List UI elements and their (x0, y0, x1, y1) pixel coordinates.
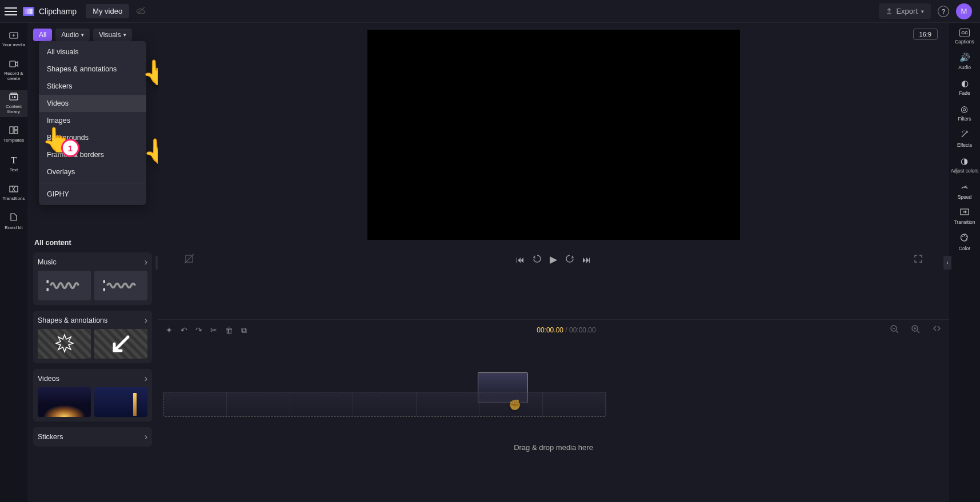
aspect-ratio-button[interactable]: 16:9 (913, 29, 938, 40)
rnav-color[interactable]: Color (959, 233, 970, 251)
section-title-videos[interactable]: Videos (38, 375, 59, 383)
section-title-stickers[interactable]: Stickers (38, 433, 63, 441)
hamburger-menu-icon[interactable] (5, 5, 17, 18)
sync-status-icon (136, 6, 146, 17)
filter-audio-button[interactable]: Audio ▾ (55, 29, 90, 41)
music-thumbnail[interactable] (94, 271, 147, 300)
nav-text[interactable]: T Text (0, 152, 27, 175)
dropdown-item-images[interactable]: Images (39, 112, 146, 129)
collapse-right-panel-button[interactable]: ‹ (943, 256, 951, 270)
timeline-area: ✦ ↶ ↷ ✂ 🗑 ⧉ 00:00.00 / 00:00.00 ✊ (158, 319, 949, 502)
video-preview-canvas[interactable] (367, 30, 740, 240)
dropdown-item-giphy[interactable]: GIPHY (39, 186, 146, 203)
svg-point-25 (966, 236, 967, 237)
nav-label: Content library (0, 105, 27, 115)
zoom-in-button[interactable] (911, 325, 920, 335)
svg-point-24 (964, 235, 965, 236)
brand-kit-icon (9, 212, 18, 224)
skip-start-button[interactable]: ⏮ (516, 255, 525, 264)
shape-thumbnail-arrow[interactable] (94, 329, 147, 359)
dropdown-item-shapes-annotations[interactable]: Shapes & annotations (39, 61, 146, 78)
rnav-adjust-colors[interactable]: ◑ Adjust colors (951, 156, 979, 174)
shape-thumbnail-burst[interactable] (38, 329, 91, 359)
effects-icon (960, 130, 969, 140)
timeline-toolbar: ✦ ↶ ↷ ✂ 🗑 ⧉ 00:00.00 / 00:00.00 (158, 320, 949, 340)
nav-your-media[interactable]: Your media (0, 29, 27, 50)
rnav-filters[interactable]: ◎ Filters (958, 104, 971, 122)
rnav-effects[interactable]: Effects (957, 130, 972, 148)
section-title-music[interactable]: Music (38, 258, 57, 266)
play-button[interactable]: ▶ (550, 254, 557, 266)
dropdown-item-backgrounds[interactable]: Backgrounds (39, 129, 146, 146)
fullscreen-icon[interactable] (914, 254, 923, 266)
help-button[interactable]: ? (938, 6, 949, 17)
export-button[interactable]: Export ▾ (879, 3, 931, 19)
svg-line-18 (917, 331, 919, 333)
rnav-label: Fade (959, 90, 970, 96)
duplicate-button[interactable]: ⧉ (241, 326, 247, 335)
dropdown-item-frames-borders[interactable]: Frames & borders (39, 146, 146, 163)
rnav-audio[interactable]: 🔊 Audio (958, 53, 971, 70)
chevron-down-icon: ▾ (123, 32, 126, 38)
transitions-icon (9, 184, 18, 195)
app-logo[interactable]: Clipchamp (23, 7, 77, 16)
music-thumbnail[interactable] (38, 271, 91, 300)
undo-button[interactable]: ↶ (181, 326, 187, 335)
user-avatar[interactable]: M (956, 3, 972, 19)
skip-end-button[interactable]: ⏭ (582, 255, 591, 264)
drop-hint-text: Drag & drop media here (158, 443, 949, 452)
nav-brand-kit[interactable]: Brand kit (0, 210, 27, 233)
delete-button[interactable]: 🗑 (225, 326, 233, 335)
chevron-right-icon[interactable]: › (145, 257, 147, 267)
section-title-shapes[interactable]: Shapes & annotations (38, 316, 107, 324)
clipchamp-logo-icon (23, 7, 34, 16)
all-content-heading: All content (34, 239, 152, 247)
chevron-right-icon[interactable]: › (145, 432, 147, 442)
zoom-out-button[interactable] (890, 325, 899, 335)
video-thumbnail[interactable] (94, 387, 147, 417)
rnav-captions[interactable]: CC Captions (955, 29, 974, 45)
rnav-label: Speed (958, 194, 972, 200)
chevron-right-icon[interactable]: › (145, 315, 147, 326)
rnav-label: Filters (958, 116, 971, 122)
chevron-right-icon[interactable]: › (145, 374, 147, 384)
playback-controls: ⏮ ▶ ⏭ (167, 254, 940, 266)
video-thumbnail[interactable] (38, 387, 91, 417)
svg-rect-2 (10, 61, 15, 67)
rnav-speed[interactable]: Speed (958, 182, 972, 200)
svg-line-14 (896, 331, 898, 333)
dropdown-item-videos[interactable]: Videos (39, 95, 146, 112)
svg-rect-7 (14, 127, 18, 130)
adjust-colors-icon: ◑ (961, 156, 968, 166)
nav-record-create[interactable]: Record & create (0, 57, 27, 84)
library-icon (9, 93, 18, 103)
templates-icon (9, 126, 18, 136)
filter-visuals-button[interactable]: Visuals ▾ (93, 29, 131, 41)
dropdown-item-all-visuals[interactable]: All visuals (39, 43, 146, 61)
export-label: Export (896, 7, 918, 15)
timeline-tracks[interactable]: ✊ Drag & drop media here (158, 340, 949, 502)
dropdown-item-stickers[interactable]: Stickers (39, 78, 146, 95)
filter-all-button[interactable]: All (33, 29, 52, 41)
rnav-fade[interactable]: ◐ Fade (959, 78, 970, 96)
crop-icon[interactable] (184, 254, 194, 266)
forward-button[interactable] (565, 254, 574, 265)
nav-templates[interactable]: Templates (0, 124, 27, 146)
rnav-transition[interactable]: Transition (954, 208, 975, 225)
time-total: 00:00.00 (569, 326, 596, 334)
timeline-drop-target[interactable] (163, 392, 606, 417)
magic-wand-icon[interactable]: ✦ (166, 326, 173, 335)
svg-rect-6 (10, 127, 13, 134)
nav-transitions[interactable]: Transitions (0, 182, 27, 204)
top-bar: Clipchamp My video Export ▾ ? M (0, 0, 980, 23)
project-title[interactable]: My video (86, 4, 129, 18)
section-music: Music › (33, 252, 152, 305)
split-button[interactable]: ✂ (210, 326, 217, 335)
redo-button[interactable]: ↷ (195, 326, 202, 335)
rewind-button[interactable] (533, 254, 542, 265)
rnav-label: Audio (958, 65, 971, 70)
rnav-label: Adjust colors (951, 168, 979, 174)
zoom-fit-button[interactable] (933, 325, 941, 335)
nav-content-library[interactable]: Content library (0, 90, 27, 117)
dropdown-item-overlays[interactable]: Overlays (39, 163, 146, 180)
